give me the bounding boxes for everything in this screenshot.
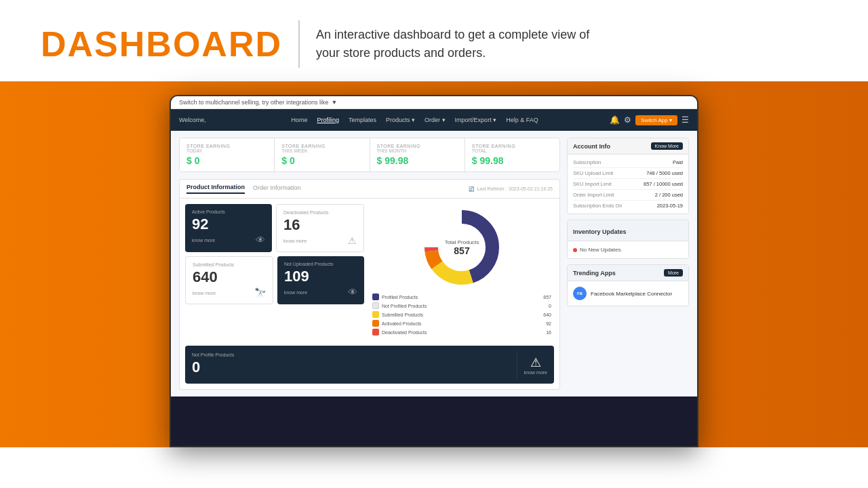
earning-today-value: $ 0 [186,155,267,166]
legend-profiled: Profiled Products 857 [372,293,551,300]
trending-body: FB Facebook Marketplace Connector [568,281,688,306]
earning-total: STORE EARNING TOTAL $ 99.98 [465,138,559,171]
nav-welcome: Welcome, [179,117,220,123]
refresh-label: Last Refresh : [477,186,507,191]
nav-products[interactable]: Products ▾ [382,114,419,126]
no-updates-message: No New Updates. [573,247,683,253]
trending-apps-header: Trending Apps More [568,265,688,281]
not-uploaded-know-more[interactable]: know more [284,290,307,295]
not-profile-label: Not Profile Products [192,352,510,357]
nav-import-export[interactable]: Import/Export ▾ [451,114,501,126]
nav-help-faq[interactable]: Help & FAQ [502,114,542,126]
main-content: STORE EARNING TODAY $ 0 STORE EARNING TH… [171,131,697,396]
notification-bar: Switch to multichannel selling, try othe… [171,96,697,109]
eye-icon: 👁 [256,235,265,245]
eye2-icon: 👁 [348,287,357,298]
legend-not-profiled: Not Profiled Products 0 [372,302,551,309]
background-wrapper: Switch to multichannel selling, try othe… [0,81,868,447]
nav-templates[interactable]: Templates [344,114,380,126]
left-panel: STORE EARNING TODAY $ 0 STORE EARNING TH… [179,138,560,390]
nav-home[interactable]: Home [288,114,312,126]
donut-area: Total Products 857 Profiled Products 857 [370,204,554,340]
tab-product-information[interactable]: Product Information [186,184,245,194]
earning-month-label: STORE EARNING [377,144,458,148]
active-products-card: Active Products 92 know more 👁 [185,204,272,252]
product-cards-column: Active Products 92 know more 👁 [185,204,364,340]
submitted-products-card: Submitted Products 640 know more 🔭 [185,256,273,304]
not-profile-row: Not Profile Products 0 ⚠ know more [180,346,559,389]
refresh-icon: 🔄 [469,186,475,192]
tabs-area: Product Information Order Information 🔄 … [179,179,560,390]
earning-total-sublabel: TOTAL [472,148,553,153]
earning-week-sublabel: THIS WEEK [281,148,362,153]
not-uploaded-products-card: Not Uploaded Products 109 know more 👁 [277,256,364,304]
facebook-connector-label: Facebook Marketplace Connector [591,291,672,297]
not-profile-card: Not Profile Products 0 ⚠ know more [185,346,554,384]
active-products-value: 92 [192,216,265,233]
account-info-header: Account Info Know More [568,138,688,155]
right-panel: Account Info Know More Subscription Paid… [567,138,689,390]
no-updates-text: No New Updates. [580,247,623,253]
not-uploaded-products-label: Not Uploaded Products [284,262,357,266]
earning-today-sublabel: TODAY [186,148,267,153]
gear-icon[interactable]: ⚙ [624,115,631,125]
tab-order-information[interactable]: Order Information [253,184,301,193]
earning-today: STORE EARNING TODAY $ 0 [180,138,275,171]
hamburger-icon[interactable]: ☰ [682,115,689,125]
trending-apps-card: Trending Apps More FB Facebook Marketpla… [567,264,689,306]
notif-bar-left: Switch to multichannel selling, try othe… [179,99,338,106]
sku-import-row: SKU Import Limit 857 / 10000 used [573,179,683,190]
hero-header: DASHBOARD An interactive dashboard to ge… [0,0,868,81]
navbar: Welcome, Home Profiling Templates Produc… [171,109,697,131]
donut-chart: Total Products 857 [421,207,502,288]
nav-profiling[interactable]: Profiling [313,114,344,126]
bell-icon[interactable]: 🔔 [610,115,620,125]
notif-text: Switch to multichannel selling, try othe… [179,99,329,106]
account-know-more-button[interactable]: Know More [651,142,683,150]
not-uploaded-products-footer: know more 👁 [284,287,357,298]
laptop-frame: Switch to multichannel selling, try othe… [170,95,698,447]
nav-order[interactable]: Order ▾ [420,114,450,126]
active-know-more[interactable]: know more [192,238,215,243]
earning-week-label: STORE EARNING [281,144,362,148]
tabs-header: Product Information Order Information 🔄 … [180,180,559,199]
deactivated-know-more[interactable]: know more [283,239,307,243]
trending-item-facebook: FB Facebook Marketplace Connector [573,287,683,300]
deactivated-products-footer: know more ⚠ [283,235,357,246]
not-uploaded-products-value: 109 [284,268,357,285]
earning-month-value: $ 99.98 [377,155,458,166]
submitted-products-footer: know more 🔭 [193,287,266,298]
laptop-screen: Switch to multichannel selling, try othe… [171,96,697,396]
deactivated-products-card: Deactivated Products 16 know more ⚠ [276,204,364,252]
trending-more-button[interactable]: More [664,269,683,277]
donut-center: Total Products 857 [445,239,479,256]
earning-week-value: $ 0 [281,155,362,166]
hero-divider [298,20,300,68]
red-dot-icon [573,248,577,252]
not-profile-know-more[interactable]: know more [524,370,547,375]
donut-center-value: 857 [445,245,479,256]
active-products-label: Active Products [192,209,265,214]
switch-app-button[interactable]: Switch App ▾ [635,115,677,125]
earning-total-value: $ 99.98 [472,155,553,166]
submitted-products-value: 640 [193,268,266,286]
hero-title: DASHBOARD [41,24,282,64]
earning-month-sublabel: THIS MONTH [377,148,458,153]
not-profile-divider [517,351,517,378]
notif-dropdown-icon[interactable]: ▼ [332,99,338,106]
order-import-row: Order Import Limit 2 / 200 used [573,190,683,201]
account-info-table: Subscription Paid SKU Upload Limit 748 /… [568,155,688,214]
account-info-title: Account Info [573,143,610,150]
donut-legend: Profiled Products 857 Not Profiled Produ… [372,293,551,338]
submitted-know-more[interactable]: know more [193,291,216,296]
warning-icon: ⚠ [348,235,357,246]
submitted-products-label: Submitted Products [193,262,266,267]
not-profile-right: ⚠ know more [524,355,547,375]
earnings-row: STORE EARNING TODAY $ 0 STORE EARNING TH… [179,138,560,172]
binoculars-icon: 🔭 [254,287,266,298]
deactivated-products-label: Deactivated Products [283,210,357,215]
sku-upload-row: SKU Upload Limit 748 / 5000 used [573,168,683,179]
subscription-row: Subscription Paid [573,157,683,168]
trending-title: Trending Apps [573,270,616,277]
earning-total-label: STORE EARNING [472,144,553,148]
